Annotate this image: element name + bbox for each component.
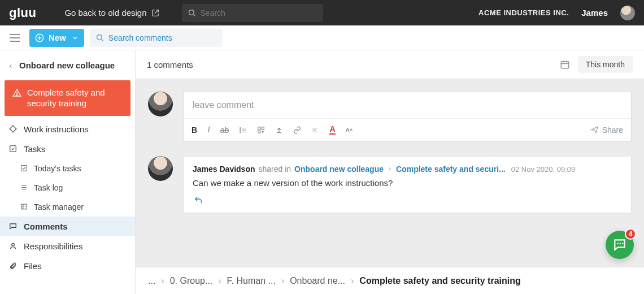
comment-timestamp: 02 Nov 2020, 09:09 bbox=[511, 165, 575, 174]
reply-button[interactable] bbox=[193, 193, 203, 206]
checkbox-icon bbox=[8, 145, 18, 153]
comment-area: B I ab A AA Share bbox=[136, 79, 644, 267]
svg-rect-13 bbox=[262, 127, 264, 129]
chevron-right-icon: › bbox=[351, 276, 354, 286]
topbar: gluu Go back to old design ACME INDUSTRI… bbox=[0, 0, 644, 25]
compose-input[interactable] bbox=[184, 92, 631, 118]
sidebar-item-comments[interactable]: Comments bbox=[0, 217, 135, 236]
chevron-left-icon bbox=[8, 62, 14, 70]
sidebar-back[interactable]: Onboard new colleague bbox=[0, 56, 135, 80]
breadcrumb-l1[interactable]: 0. Group... bbox=[170, 276, 213, 286]
svg-point-0 bbox=[189, 10, 194, 15]
reply-icon bbox=[194, 196, 203, 205]
diamond-icon bbox=[8, 125, 18, 133]
bullet-list-button[interactable] bbox=[239, 126, 247, 134]
breadcrumb-root[interactable]: ... bbox=[148, 276, 155, 286]
breadcrumb: ... › 0. Group... › F. Human ... › Onboa… bbox=[136, 267, 644, 294]
strike-button[interactable]: ab bbox=[220, 126, 229, 135]
sidebar-item-responsibilities[interactable]: Responsibilities bbox=[0, 236, 135, 256]
sidebar-item-tasks[interactable]: Tasks bbox=[0, 139, 135, 159]
sidebar-item-alert[interactable]: Complete safety and security training bbox=[5, 80, 130, 116]
chevron-right-icon: › bbox=[218, 276, 221, 286]
upload-button[interactable] bbox=[275, 126, 283, 134]
menu-toggle[interactable] bbox=[6, 31, 24, 45]
comment-crumb-task[interactable]: Complete safety and securi... bbox=[396, 165, 506, 174]
link-button[interactable] bbox=[293, 126, 301, 134]
sidebar-item-label: Tasks bbox=[24, 144, 45, 154]
back-to-old-design-link[interactable]: Go back to old design bbox=[64, 8, 159, 18]
share-button[interactable]: Share bbox=[590, 126, 623, 135]
sidebar-item-files[interactable]: Files bbox=[0, 256, 135, 276]
svg-rect-14 bbox=[258, 131, 260, 133]
sidebar-item-work-instructions[interactable]: Work instructions bbox=[0, 119, 135, 139]
search-icon bbox=[188, 8, 196, 17]
global-search[interactable] bbox=[182, 4, 323, 22]
calendar-button[interactable] bbox=[560, 59, 570, 70]
sidebar-item-label: Task manager bbox=[34, 202, 84, 211]
breadcrumb-l2[interactable]: F. Human ... bbox=[227, 276, 276, 286]
table-icon bbox=[19, 203, 28, 210]
new-button-label: New bbox=[49, 33, 66, 42]
align-icon bbox=[311, 126, 319, 134]
sidebar-subitem-task-log[interactable]: Task log bbox=[0, 178, 135, 197]
organization-name[interactable]: ACME INDUSTRIES INC. bbox=[478, 8, 569, 17]
sidebar-subitem-todays-tasks[interactable]: Today's tasks bbox=[0, 159, 135, 178]
svg-point-2 bbox=[97, 35, 102, 40]
send-icon bbox=[590, 126, 599, 134]
chat-fab[interactable]: 4 bbox=[606, 231, 634, 259]
link-icon bbox=[293, 126, 301, 134]
check-square-icon bbox=[19, 165, 28, 172]
share-label: Share bbox=[602, 126, 623, 135]
svg-rect-4 bbox=[10, 146, 16, 152]
user-name[interactable]: James bbox=[581, 8, 608, 18]
breadcrumb-l3[interactable]: Onboard ne... bbox=[290, 276, 345, 286]
date-range-picker[interactable]: This month bbox=[578, 56, 633, 73]
italic-button[interactable]: I bbox=[207, 126, 210, 135]
sidebar-subitem-task-manager[interactable]: Task manager bbox=[0, 197, 135, 217]
content-header: 1 comments This month bbox=[136, 50, 644, 79]
toolbar: New bbox=[0, 25, 644, 50]
sidebar-item-label: Today's tasks bbox=[34, 164, 81, 173]
svg-point-3 bbox=[16, 94, 17, 95]
search-icon bbox=[95, 33, 104, 42]
shared-in-label: shared in bbox=[259, 165, 291, 174]
comment-search-input[interactable] bbox=[108, 33, 217, 42]
comment-author-avatar bbox=[148, 156, 173, 181]
chevron-down-icon bbox=[72, 34, 79, 41]
bold-button[interactable]: B bbox=[192, 126, 197, 135]
chevron-right-icon: › bbox=[281, 276, 284, 286]
new-button[interactable]: New bbox=[29, 29, 84, 47]
svg-point-11 bbox=[240, 131, 241, 132]
menu-icon bbox=[9, 34, 20, 42]
external-link-icon bbox=[151, 9, 159, 17]
comment-author[interactable]: James Davidson bbox=[193, 165, 255, 174]
global-search-input[interactable] bbox=[201, 8, 317, 18]
text-color-button[interactable]: A bbox=[329, 125, 335, 135]
chevron-right-icon: › bbox=[161, 276, 164, 286]
list-icon bbox=[19, 184, 28, 191]
svg-point-9 bbox=[240, 127, 241, 128]
comment-icon bbox=[8, 222, 18, 230]
align-button[interactable] bbox=[311, 126, 319, 134]
person-icon bbox=[8, 242, 18, 250]
list-icon bbox=[239, 126, 247, 134]
grid-button[interactable] bbox=[257, 126, 265, 134]
comment-crumb-process[interactable]: Onboard new colleague bbox=[294, 165, 384, 174]
comment-meta: James Davidson shared in Onboard new col… bbox=[193, 165, 622, 174]
svg-rect-5 bbox=[21, 166, 27, 171]
chat-icon bbox=[612, 237, 627, 252]
logo[interactable]: gluu bbox=[9, 6, 36, 20]
font-size-button[interactable]: AA bbox=[346, 127, 353, 133]
user-avatar[interactable] bbox=[620, 6, 635, 20]
sidebar-item-label: Complete safety and security training bbox=[27, 87, 123, 109]
svg-rect-12 bbox=[258, 127, 260, 129]
svg-rect-8 bbox=[561, 62, 569, 68]
svg-point-17 bbox=[622, 243, 624, 245]
breadcrumb-current: Complete safety and security training bbox=[359, 276, 520, 286]
comment-card: James Davidson shared in Onboard new col… bbox=[183, 156, 632, 213]
upload-icon bbox=[275, 126, 283, 134]
plus-icon bbox=[35, 33, 44, 42]
svg-point-7 bbox=[12, 244, 15, 247]
comment-search[interactable] bbox=[90, 29, 223, 47]
current-user-avatar bbox=[148, 92, 173, 116]
